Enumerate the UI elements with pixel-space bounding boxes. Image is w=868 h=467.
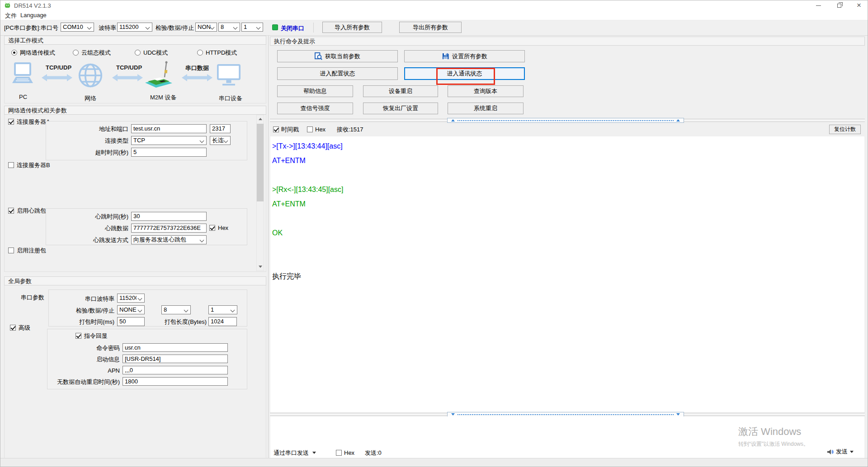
radio-cloud-mode[interactable] bbox=[73, 50, 79, 56]
serial-toolbar: [PC串口参数]:串口号 COM10 波特率 115200 检验/数据/停止 N… bbox=[0, 20, 868, 36]
heartbeat-mode-label: 心跳发送方式 bbox=[76, 237, 128, 244]
log-line bbox=[272, 211, 863, 226]
databits-select[interactable]: 8 bbox=[218, 23, 240, 32]
splitter-collapse-icon bbox=[451, 119, 455, 121]
global-baud-select[interactable]: 115200 bbox=[117, 294, 145, 303]
top-splitter-handle[interactable] bbox=[447, 118, 684, 123]
heartbeat-time-input[interactable]: 30 bbox=[131, 212, 207, 221]
port-open-indicator bbox=[272, 24, 278, 30]
query-signal-button[interactable]: 查信号强度 bbox=[277, 103, 353, 114]
splitter-dots bbox=[458, 414, 674, 415]
scroll-up-icon[interactable] bbox=[257, 115, 264, 123]
apn-input[interactable]: ,,,0 bbox=[123, 366, 228, 374]
global-parity-select[interactable]: NONE bbox=[117, 305, 145, 314]
send-button-label: 发送 bbox=[836, 448, 848, 455]
arrow-pc-network bbox=[41, 74, 73, 82]
auto-restart-input[interactable]: 1800 bbox=[123, 377, 228, 386]
watermark-line2: 转到“设置”以激活 Windows。 bbox=[738, 440, 809, 448]
log-line: >[Tx->][13:43:44][asc] bbox=[272, 139, 863, 154]
splitter-collapse-icon bbox=[676, 413, 680, 416]
advanced-checkbox[interactable] bbox=[10, 325, 16, 331]
query-version-button[interactable]: 查询版本 bbox=[448, 85, 524, 97]
stopbits-select[interactable]: 1 bbox=[241, 23, 263, 32]
global-baud-label: 串口波特率 bbox=[69, 295, 114, 303]
send-button[interactable]: 发送 bbox=[827, 448, 854, 455]
arrow-network-m2m bbox=[112, 74, 143, 82]
keep-alive-select[interactable]: 长连接 bbox=[210, 136, 231, 145]
restore-icon bbox=[837, 4, 841, 8]
timeout-input[interactable]: 5 bbox=[131, 148, 207, 157]
menu-bar: 文件 Language bbox=[0, 10, 868, 20]
minimize-button[interactable] bbox=[808, 0, 829, 10]
conn-type-select[interactable]: TCP bbox=[131, 136, 207, 145]
advanced-label: 高级 bbox=[19, 324, 30, 332]
scrollbar-thumb[interactable] bbox=[257, 124, 264, 201]
radio-net-transparent-label: 网络透传模式 bbox=[20, 49, 55, 56]
log-hex-checkbox[interactable] bbox=[307, 126, 313, 132]
parity-select[interactable]: NONI bbox=[195, 23, 217, 32]
pack-time-input[interactable]: 50 bbox=[117, 317, 145, 326]
node-serial-label: 串口设备 bbox=[219, 94, 242, 103]
scroll-down-icon[interactable] bbox=[257, 263, 264, 271]
global-stopbits-select[interactable]: 1 bbox=[208, 305, 237, 314]
radio-httpd-mode[interactable] bbox=[197, 50, 203, 56]
timestamp-label: 时间戳 bbox=[281, 126, 299, 133]
system-reboot-button[interactable]: 系统重启 bbox=[448, 103, 524, 114]
window-title: DR514 V2.1.3 bbox=[14, 2, 51, 9]
send-hex-checkbox[interactable] bbox=[336, 450, 342, 456]
close-port-button[interactable]: 关闭串口 bbox=[281, 24, 304, 33]
help-info-button[interactable]: 帮助信息 bbox=[277, 85, 353, 97]
server-port-input[interactable]: 2317 bbox=[210, 124, 231, 133]
register-checkbox[interactable] bbox=[8, 248, 14, 253]
set-params-button[interactable]: 设置所有参数 bbox=[404, 50, 525, 62]
send-button-caret-icon bbox=[850, 451, 854, 453]
log-line: 执行完毕 bbox=[272, 269, 863, 284]
log-line: AT+ENTM bbox=[272, 154, 863, 168]
radio-udc-label: UDC模式 bbox=[143, 49, 168, 56]
boot-info-label: 启动信息 bbox=[79, 356, 120, 363]
menu-language[interactable]: Language bbox=[20, 12, 47, 19]
net-params-scrollbar[interactable] bbox=[256, 115, 264, 271]
factory-reset-button[interactable]: 恢复出厂设置 bbox=[363, 103, 438, 114]
export-params-button[interactable]: 导出所有参数 bbox=[399, 22, 462, 33]
radio-udc-mode[interactable] bbox=[135, 50, 141, 56]
reset-count-button[interactable]: 复位计数 bbox=[829, 125, 861, 134]
app-window: DR514 V2.1.3 × 文件 Language [PC串口参数]:串口号 … bbox=[0, 0, 868, 467]
pack-len-input[interactable]: 1024 bbox=[208, 317, 237, 326]
timestamp-checkbox[interactable] bbox=[273, 126, 279, 132]
echo-checkbox[interactable] bbox=[75, 333, 81, 339]
log-area[interactable]: >[Tx->][13:43:44][asc]AT+ENTM>[Rx<-][13:… bbox=[270, 136, 864, 412]
boot-info-input[interactable]: [USR-DR514] bbox=[123, 355, 228, 363]
send-via-serial-dropdown[interactable]: 通过串口发送 bbox=[274, 449, 309, 457]
log-line bbox=[272, 255, 863, 269]
heartbeat-checkbox[interactable] bbox=[8, 208, 14, 214]
heartbeat-data-input[interactable]: 7777772E7573722E636E bbox=[131, 224, 207, 233]
panel-divider bbox=[268, 36, 269, 458]
close-button[interactable]: × bbox=[849, 0, 868, 10]
set-params-icon bbox=[442, 52, 449, 60]
serial-device-monitor-icon bbox=[217, 64, 241, 87]
import-params-button[interactable]: 导入所有参数 bbox=[322, 22, 382, 33]
server-addr-input[interactable]: test.usr.cn bbox=[131, 124, 207, 133]
heartbeat-mode-select[interactable]: 向服务器发送心跳包 bbox=[131, 235, 207, 244]
watermark-line1: 激活 Windows bbox=[738, 425, 801, 439]
app-icon bbox=[4, 2, 11, 9]
global-databits-select[interactable]: 8 bbox=[161, 305, 191, 314]
heartbeat-hex-checkbox[interactable] bbox=[209, 225, 215, 231]
close-icon: × bbox=[857, 1, 861, 10]
radio-net-transparent-mode[interactable] bbox=[11, 50, 17, 56]
server-a-checkbox[interactable] bbox=[8, 119, 14, 125]
device-reboot-button[interactable]: 设备重启 bbox=[363, 85, 438, 97]
enter-config-button[interactable]: 进入配置状态 bbox=[277, 67, 398, 80]
log-line: AT+ENTM bbox=[272, 197, 863, 211]
get-params-button[interactable]: 获取当前参数 bbox=[277, 50, 398, 62]
menu-file[interactable]: 文件 bbox=[5, 12, 17, 20]
heartbeat-label: 启用心跳包 bbox=[17, 207, 46, 215]
heartbeat-time-label: 心跳时间(秒) bbox=[76, 213, 128, 220]
maximize-button[interactable] bbox=[829, 0, 849, 10]
log-hex-label: Hex bbox=[315, 126, 326, 133]
cmd-password-input[interactable]: usr.cn bbox=[123, 343, 228, 352]
server-b-checkbox[interactable] bbox=[8, 162, 14, 168]
com-port-select[interactable]: COM10 bbox=[61, 23, 94, 32]
node-network-label: 网络 bbox=[85, 94, 96, 103]
